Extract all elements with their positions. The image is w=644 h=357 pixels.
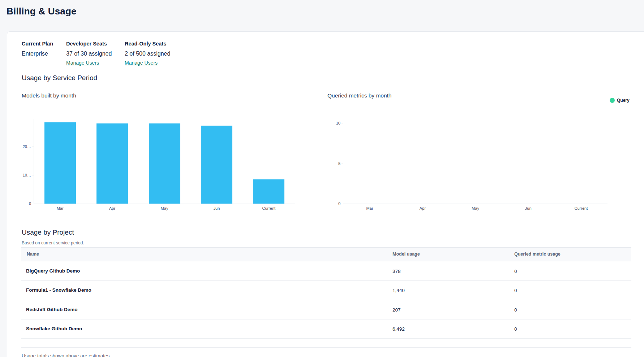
row-divider	[21, 300, 631, 300]
project-name: Redshift Github Demo	[26, 307, 78, 312]
query-legend-dot-icon	[610, 98, 615, 103]
x-axis-tick-label: Current	[253, 206, 285, 210]
y-axis-tick-label: 0	[326, 201, 340, 206]
y-axis-tick-label: 10…	[17, 173, 31, 177]
y-axis-tick-label: 20…	[17, 144, 31, 149]
table-header-model-usage: Model usage	[392, 252, 420, 257]
bar-current	[253, 179, 284, 204]
x-axis-tick-label: Jun	[512, 206, 545, 210]
y-axis-tick-label: 5	[326, 161, 340, 166]
queried-metric-usage-value: 0	[514, 326, 517, 332]
manage-users-link-readonly[interactable]: Manage Users	[125, 60, 158, 66]
project-name: BigQuery Github Demo	[26, 268, 80, 274]
model-usage-value: 6,492	[392, 326, 405, 332]
row-divider	[21, 338, 631, 339]
models-built-chart: 010…20…MarAprMayJunCurrent	[7, 32, 644, 357]
y-axis-tick-label: 0	[17, 201, 31, 206]
current-plan-value: Enterprise	[22, 51, 48, 57]
model-usage-value: 378	[392, 269, 401, 274]
usage-service-period-title: Usage by Service Period	[22, 74, 97, 82]
developer-seats-label: Developer Seats	[66, 41, 107, 47]
queried-metric-usage-value: 0	[514, 307, 517, 313]
bar-mar	[44, 122, 76, 204]
page-title: Billing & Usage	[7, 6, 77, 17]
queried-metrics-chart-title: Queried metrics by month	[327, 92, 391, 99]
model-usage-value: 207	[392, 307, 401, 313]
project-name: Snowflake Github Demo	[26, 326, 82, 331]
query-legend: Query	[610, 98, 630, 103]
x-axis-tick-label: May	[459, 206, 492, 210]
queried-metric-usage-value: 0	[514, 269, 517, 274]
table-header-name: Name	[27, 252, 39, 257]
model-usage-value: 1,440	[392, 288, 405, 293]
project-name: Formula1 - Snowflake Demo	[26, 287, 91, 293]
manage-users-link-developer[interactable]: Manage Users	[66, 60, 99, 66]
x-axis-tick-label: Mar	[44, 206, 76, 210]
usage-project-title: Usage by Project	[22, 228, 74, 236]
readonly-seats-value: 2 of 500 assigned	[125, 51, 170, 57]
y-axis-tick-label: 10	[326, 121, 340, 125]
bar-apr	[96, 123, 128, 204]
x-axis-tick-label: Mar	[353, 206, 386, 210]
queried-metric-usage-value: 0	[514, 288, 517, 293]
usage-footnote: Usage totals shown above are estimates	[22, 353, 110, 357]
x-axis-tick-label: Current	[565, 206, 597, 210]
readonly-seats-label: Read-Only Seats	[125, 41, 166, 47]
queried-metrics-chart: 0510MarAprMayJunCurrent	[7, 32, 644, 357]
row-divider	[21, 280, 631, 281]
x-axis-tick-label: May	[148, 206, 181, 210]
x-axis-tick-label: Jun	[200, 206, 233, 210]
table-header-queried-metric-usage: Queried metric usage	[514, 252, 561, 257]
billing-card: Current Plan Enterprise Developer Seats …	[7, 31, 644, 357]
table-bottom-divider	[21, 347, 631, 348]
developer-seats-value: 37 of 30 assigned	[66, 51, 112, 57]
row-divider	[21, 319, 631, 319]
usage-project-subtitle: Based on current service period.	[22, 240, 84, 245]
bar-jun	[201, 126, 232, 204]
x-axis-tick-label: Apr	[96, 206, 129, 210]
current-plan-label: Current Plan	[22, 41, 53, 47]
models-built-chart-title: Models built by month	[22, 92, 76, 99]
bar-may	[149, 123, 180, 204]
query-legend-label: Query	[617, 98, 630, 103]
x-axis-tick-label: Apr	[406, 206, 439, 210]
